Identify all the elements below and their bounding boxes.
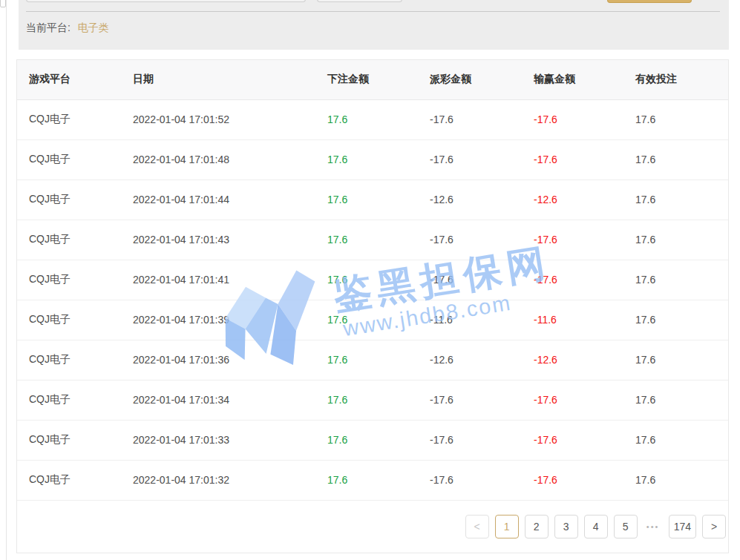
cell-bet-amount: 17.6	[315, 179, 418, 220]
cell-date: 2022-01-04 17:01:32	[121, 460, 315, 500]
cell-bet-amount: 17.6	[315, 139, 418, 179]
cell-date: 2022-01-04 17:01:39	[121, 300, 315, 340]
cell-bet-amount: 17.6	[315, 300, 418, 340]
cell-valid-bet: 17.6	[623, 220, 728, 260]
table-row: CQJ电子2022-01-04 17:01:4817.6-17.6-17.617…	[17, 139, 728, 179]
cell-winloss-amount: -17.6	[522, 99, 623, 139]
records-table-container: 游戏平台日期下注金额派彩金额输赢金额有效投注 CQJ电子2022-01-04 1…	[16, 59, 729, 553]
pagination-page-4[interactable]: 4	[584, 515, 608, 538]
cell-payout-amount: -17.6	[418, 420, 522, 460]
cell-winloss-amount: -17.6	[522, 220, 623, 260]
cell-platform: CQJ电子	[17, 380, 121, 420]
cell-date: 2022-01-04 17:01:43	[121, 220, 315, 260]
cell-valid-bet: 17.6	[623, 300, 728, 340]
pagination-page-174[interactable]: 174	[669, 515, 696, 538]
filter-input-fragment[interactable]	[317, 0, 402, 2]
column-header: 日期	[121, 60, 315, 99]
column-header: 有效投注	[623, 60, 728, 99]
cell-winloss-amount: -17.6	[522, 380, 623, 420]
cell-bet-amount: 17.6	[315, 99, 418, 139]
cell-payout-amount: -17.6	[418, 260, 522, 300]
cell-payout-amount: -17.6	[418, 99, 522, 139]
table-row: CQJ电子2022-01-04 17:01:3417.6-17.6-17.617…	[17, 380, 728, 420]
table-row: CQJ电子2022-01-04 17:01:3617.6-12.6-12.617…	[17, 340, 728, 380]
cell-bet-amount: 17.6	[315, 220, 418, 260]
cell-valid-bet: 17.6	[623, 420, 728, 460]
pagination-ellipsis[interactable]: •••	[644, 522, 663, 531]
cell-winloss-amount: -17.6	[522, 460, 623, 500]
table-row: CQJ电子2022-01-04 17:01:5217.6-17.6-17.617…	[17, 99, 728, 139]
current-platform-label: 当前平台:	[26, 22, 71, 33]
cell-valid-bet: 17.6	[623, 99, 728, 139]
cell-winloss-amount: -12.6	[522, 340, 623, 380]
table-row: CQJ电子2022-01-04 17:01:3217.6-17.6-17.617…	[17, 460, 728, 500]
column-header: 下注金额	[315, 60, 418, 99]
cell-winloss-amount: -17.6	[522, 139, 623, 179]
cell-platform: CQJ电子	[17, 340, 121, 380]
cell-platform: CQJ电子	[17, 179, 121, 220]
cell-winloss-amount: -17.6	[522, 260, 623, 300]
cell-valid-bet: 17.6	[623, 179, 728, 220]
cell-winloss-amount: -12.6	[522, 179, 623, 220]
cell-payout-amount: -17.6	[418, 380, 522, 420]
cell-payout-amount: -17.6	[418, 139, 522, 179]
records-table: 游戏平台日期下注金额派彩金额输赢金额有效投注 CQJ电子2022-01-04 1…	[17, 60, 728, 501]
table-row: CQJ电子2022-01-04 17:01:3917.6-11.6-11.617…	[17, 300, 728, 340]
cell-date: 2022-01-04 17:01:44	[121, 179, 315, 220]
cell-valid-bet: 17.6	[623, 340, 728, 380]
cutoff-element-fragment	[0, 0, 6, 7]
current-platform-value[interactable]: 电子类	[78, 22, 109, 33]
table-row: CQJ电子2022-01-04 17:01:4317.6-17.6-17.617…	[17, 220, 728, 260]
cell-date: 2022-01-04 17:01:33	[121, 420, 315, 460]
pagination: < 12345•••174 >	[17, 501, 728, 553]
cell-date: 2022-01-04 17:01:41	[121, 260, 315, 300]
cell-platform: CQJ电子	[17, 220, 121, 260]
cell-date: 2022-01-04 17:01:36	[121, 340, 315, 380]
column-header: 游戏平台	[17, 60, 121, 99]
cell-valid-bet: 17.6	[623, 380, 728, 420]
cell-bet-amount: 17.6	[315, 420, 418, 460]
pagination-page-3[interactable]: 3	[554, 515, 578, 538]
current-platform-row: 当前平台: 电子类	[26, 22, 109, 35]
cell-winloss-amount: -11.6	[522, 300, 623, 340]
pagination-page-1[interactable]: 1	[495, 515, 519, 538]
cell-winloss-amount: -17.6	[522, 420, 623, 460]
pagination-next-button[interactable]: >	[702, 515, 726, 538]
cell-bet-amount: 17.6	[315, 260, 418, 300]
cell-valid-bet: 17.6	[623, 139, 728, 179]
cell-date: 2022-01-04 17:01:34	[121, 380, 315, 420]
column-header: 输赢金额	[522, 60, 623, 99]
left-divider	[6, 0, 7, 560]
column-header: 派彩金额	[418, 60, 522, 99]
cell-valid-bet: 17.6	[623, 260, 728, 300]
pagination-prev-button[interactable]: <	[465, 515, 489, 538]
cell-platform: CQJ电子	[17, 139, 121, 179]
pagination-page-2[interactable]: 2	[525, 515, 549, 538]
cell-bet-amount: 17.6	[315, 340, 418, 380]
cell-platform: CQJ电子	[17, 460, 121, 500]
cell-bet-amount: 17.6	[315, 460, 418, 500]
cell-platform: CQJ电子	[17, 99, 121, 139]
date-range-input-fragment[interactable]	[26, 0, 306, 2]
table-row: CQJ电子2022-01-04 17:01:4117.6-17.6-17.617…	[17, 260, 728, 300]
cell-payout-amount: -17.6	[418, 460, 522, 500]
table-row: CQJ电子2022-01-04 17:01:4417.6-12.6-12.617…	[17, 179, 728, 220]
panel-divider	[26, 11, 720, 12]
filter-panel: 当前平台: 电子类	[19, 0, 729, 50]
table-row: CQJ电子2022-01-04 17:01:3317.6-17.6-17.617…	[17, 420, 728, 460]
cell-platform: CQJ电子	[17, 300, 121, 340]
search-button-fragment[interactable]	[607, 0, 692, 3]
cell-date: 2022-01-04 17:01:52	[121, 99, 315, 139]
cell-bet-amount: 17.6	[315, 380, 418, 420]
cell-platform: CQJ电子	[17, 420, 121, 460]
cell-payout-amount: -17.6	[418, 220, 522, 260]
bet-records-page: 当前平台: 电子类 游戏平台日期下注金额派彩金额输赢金额有效投注 CQJ电子20…	[0, 0, 740, 560]
table-body: CQJ电子2022-01-04 17:01:5217.6-17.6-17.617…	[17, 99, 728, 500]
cell-valid-bet: 17.6	[623, 460, 728, 500]
cell-platform: CQJ电子	[17, 260, 121, 300]
cell-payout-amount: -11.6	[418, 300, 522, 340]
table-header-row: 游戏平台日期下注金额派彩金额输赢金额有效投注	[17, 60, 728, 99]
cell-payout-amount: -12.6	[418, 340, 522, 380]
pagination-page-5[interactable]: 5	[614, 515, 638, 538]
cell-payout-amount: -12.6	[418, 179, 522, 220]
